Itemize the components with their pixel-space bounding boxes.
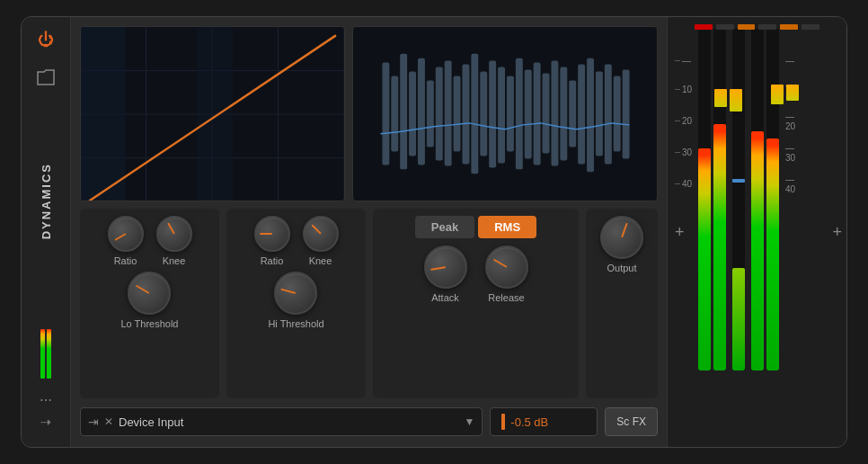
meter-fill-4 xyxy=(766,138,779,370)
left-meter-scale: — 10 20 30 40 xyxy=(675,29,695,200)
clip-none-2 xyxy=(758,24,776,30)
hi-threshold-group: Hi Threshold xyxy=(268,272,323,329)
svg-rect-11 xyxy=(382,63,389,165)
clip-none-1 xyxy=(716,24,734,30)
attack-label: Attack xyxy=(431,292,459,303)
release-group: Release xyxy=(485,245,528,303)
plugin-container: ⏻ DYNAMICS ⋯ ⇢ xyxy=(21,16,847,448)
right-scale-30: — 30 xyxy=(785,137,805,168)
svg-rect-31 xyxy=(560,67,567,161)
meter-fill-gr xyxy=(732,268,745,370)
lo-threshold-group: Lo Threshold xyxy=(120,272,178,329)
svg-rect-26 xyxy=(516,58,523,170)
right-scale-40: — 40 xyxy=(785,168,805,200)
clip-orange-2 xyxy=(780,24,798,30)
svg-rect-14 xyxy=(409,71,416,156)
lo-threshold-indicator xyxy=(136,285,150,294)
dots-icon[interactable]: ⋯ xyxy=(40,393,52,407)
svg-rect-35 xyxy=(596,71,603,156)
meter-area: — 10 20 30 40 xyxy=(675,24,839,440)
svg-rect-28 xyxy=(534,63,541,165)
input-selector[interactable]: ⇥ ✕ Device Input ▼ xyxy=(80,407,483,436)
hi-knee-indicator xyxy=(311,224,321,234)
remove-input-button[interactable]: ✕ xyxy=(104,415,113,428)
expand-left-button[interactable]: + xyxy=(675,223,685,242)
svg-rect-21 xyxy=(471,54,478,174)
clip-orange-1 xyxy=(738,24,756,30)
folder-button[interactable] xyxy=(32,64,59,91)
output-section: Output xyxy=(586,209,658,398)
meter-fill-2 xyxy=(713,124,726,370)
hi-ratio-label: Ratio xyxy=(261,255,284,266)
right-scale-top: — xyxy=(785,47,805,74)
hi-threshold-knob[interactable] xyxy=(274,272,317,315)
dynamics-label: DYNAMICS xyxy=(40,163,53,239)
svg-rect-37 xyxy=(614,76,621,151)
hi-compressor-section: Ratio Knee Hi Threshold xyxy=(226,209,366,398)
lo-threshold-label: Lo Threshold xyxy=(120,318,178,329)
meter-group-1 xyxy=(698,29,726,370)
waveform-svg xyxy=(353,27,657,201)
meter-fill-1 xyxy=(698,148,711,370)
gain-value: -0.5 dB xyxy=(510,415,548,429)
rms-button[interactable]: RMS xyxy=(478,216,536,238)
mini-meter-bar-2 xyxy=(47,329,51,379)
svg-rect-29 xyxy=(543,73,550,153)
svg-rect-25 xyxy=(507,76,514,151)
svg-rect-19 xyxy=(454,76,461,151)
expand-right-button[interactable]: + xyxy=(832,223,842,242)
svg-rect-16 xyxy=(427,80,434,147)
yellow-segment-4 xyxy=(786,85,799,101)
scale-mark-40: 40 xyxy=(675,168,695,200)
release-knob[interactable] xyxy=(485,245,528,289)
lo-ratio-knob[interactable] xyxy=(108,216,144,252)
gain-bar-indicator xyxy=(501,414,505,430)
transfer-graph xyxy=(80,26,345,201)
bottom-bar: ⇥ ✕ Device Input ▼ -0.5 dB Sc FX xyxy=(80,406,658,438)
lo-knee-group: Knee xyxy=(156,216,192,266)
output-knob[interactable] xyxy=(600,216,643,259)
svg-rect-18 xyxy=(445,61,452,166)
svg-rect-32 xyxy=(569,80,576,147)
gain-display: -0.5 dB xyxy=(490,407,598,436)
right-meter-section: + + — 10 20 30 xyxy=(667,17,846,447)
meter-bar-2 xyxy=(713,29,726,370)
svg-rect-17 xyxy=(436,67,443,161)
power-icon: ⏻ xyxy=(38,31,54,49)
transfer-svg xyxy=(81,27,344,201)
lo-knee-label: Knee xyxy=(163,255,186,266)
attack-knob[interactable] xyxy=(424,245,467,289)
scale-mark-30: 30 xyxy=(675,137,695,168)
svg-rect-13 xyxy=(400,54,407,170)
lo-ratio-label: Ratio xyxy=(114,255,137,266)
right-meter-scale: — — 10 — 20 — 30 — 40 xyxy=(783,29,805,200)
peak-button[interactable]: Peak xyxy=(415,216,474,238)
hi-knee-knob[interactable] xyxy=(303,216,339,252)
sc-fx-button[interactable]: Sc FX xyxy=(605,407,658,436)
lo-knee-knob[interactable] xyxy=(156,216,192,252)
waveform-display xyxy=(352,26,658,201)
folder-icon xyxy=(37,69,55,85)
svg-rect-30 xyxy=(551,61,558,166)
clip-indicators xyxy=(695,24,819,30)
top-row xyxy=(80,26,658,201)
attack-indicator xyxy=(430,266,446,271)
power-button[interactable]: ⏻ xyxy=(32,26,59,53)
meter-group-2 xyxy=(732,29,745,370)
clip-none-3 xyxy=(802,24,819,30)
hi-knee-group: Knee xyxy=(303,216,339,266)
svg-rect-12 xyxy=(391,76,398,151)
arrow-right-icon[interactable]: ⇢ xyxy=(40,415,51,429)
gr-indicator xyxy=(732,179,745,183)
svg-rect-20 xyxy=(462,65,469,165)
hi-ratio-knob[interactable] xyxy=(254,216,290,252)
scale-mark-10: 10 xyxy=(675,74,695,105)
input-dropdown-arrow[interactable]: ▼ xyxy=(464,415,474,428)
hi-ratio-group: Ratio xyxy=(254,216,290,266)
svg-rect-22 xyxy=(480,71,487,156)
input-icon: ⇥ xyxy=(88,415,99,429)
lo-threshold-knob[interactable] xyxy=(128,272,171,315)
output-group: Output xyxy=(600,216,643,273)
right-scale-20: — 20 xyxy=(785,105,805,137)
output-label: Output xyxy=(607,263,636,273)
